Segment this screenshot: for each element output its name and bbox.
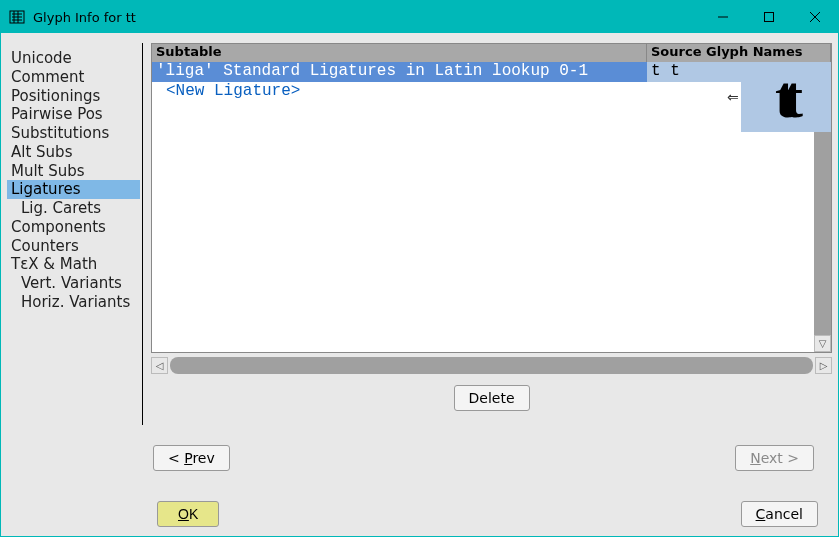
sidebar-item-horiz-variants[interactable]: Horiz. Variants — [7, 293, 140, 312]
maximize-button[interactable] — [746, 1, 792, 33]
client-area: UnicodeCommentPositioningsPairwise PosSu… — [1, 33, 838, 536]
column-header-source[interactable]: Source Glyph Names — [647, 44, 831, 62]
app-icon — [9, 9, 25, 25]
sidebar: UnicodeCommentPositioningsPairwise PosSu… — [7, 43, 143, 425]
window-title: Glyph Info for tt — [33, 10, 700, 25]
sidebar-item-unicode[interactable]: Unicode — [7, 49, 140, 68]
prev-button[interactable]: < Prev — [153, 445, 230, 471]
close-button[interactable] — [792, 1, 838, 33]
sidebar-item-comment[interactable]: Comment — [7, 68, 140, 87]
collapse-arrow-icon[interactable]: ⇐ — [727, 89, 739, 105]
sidebar-item-lig-carets[interactable]: Lig. Carets — [7, 199, 140, 218]
svg-rect-7 — [765, 13, 774, 22]
minimize-button[interactable] — [700, 1, 746, 33]
ok-button[interactable]: OK — [157, 501, 219, 527]
cell-subtable[interactable]: 'liga' Standard Ligatures in Latin looku… — [152, 62, 647, 82]
scroll-left-icon[interactable]: ◁ — [151, 357, 168, 374]
sidebar-item-mult-subs[interactable]: Mult Subs — [7, 162, 140, 181]
scroll-right-icon[interactable]: ▷ — [815, 357, 832, 374]
sidebar-item-t-x-math[interactable]: TεX & Math — [7, 255, 140, 274]
glyph-preview: ⇐ tt — [741, 62, 831, 132]
sidebar-item-pairwise-pos[interactable]: Pairwise Pos — [7, 105, 140, 124]
sidebar-item-alt-subs[interactable]: Alt Subs — [7, 143, 140, 162]
window: Glyph Info for tt UnicodeCommentPosition… — [0, 0, 839, 537]
column-header-subtable[interactable]: Subtable — [152, 44, 647, 62]
window-controls — [700, 1, 838, 33]
sidebar-item-components[interactable]: Components — [7, 218, 140, 237]
sidebar-item-ligatures[interactable]: Ligatures — [7, 180, 140, 199]
table-header: Subtable Source Glyph Names — [152, 44, 831, 62]
next-button: Next > — [735, 445, 814, 471]
main-panel: Subtable Source Glyph Names 'liga' Stand… — [143, 43, 832, 425]
horizontal-scrollbar[interactable]: ◁ ▷ — [151, 355, 832, 375]
titlebar: Glyph Info for tt — [1, 1, 838, 33]
table-row[interactable]: 'liga' Standard Ligatures in Latin looku… — [152, 62, 831, 82]
sidebar-item-positionings[interactable]: Positionings — [7, 87, 140, 106]
sidebar-item-vert-variants[interactable]: Vert. Variants — [7, 274, 140, 293]
sidebar-item-counters[interactable]: Counters — [7, 237, 140, 256]
glyph-preview-text: tt — [775, 70, 797, 124]
sidebar-item-substitutions[interactable]: Substitutions — [7, 124, 140, 143]
table-body[interactable]: 'liga' Standard Ligatures in Latin looku… — [152, 62, 831, 352]
delete-button[interactable]: Delete — [454, 385, 530, 411]
ligature-table: Subtable Source Glyph Names 'liga' Stand… — [151, 43, 832, 353]
scroll-down-icon[interactable]: ▽ — [814, 335, 831, 352]
cancel-button[interactable]: Cancel — [741, 501, 818, 527]
